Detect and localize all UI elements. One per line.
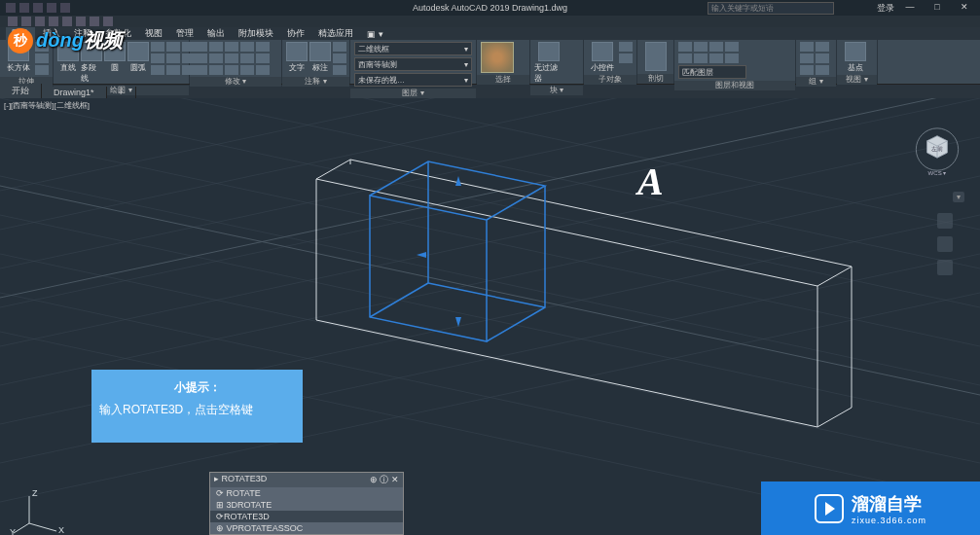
dim-button[interactable]: 标注 xyxy=(309,42,331,73)
layer-tools[interactable] xyxy=(678,42,739,63)
view-base-button[interactable]: 基点 xyxy=(841,42,870,73)
arc-button[interactable]: 圆弧 xyxy=(127,42,149,73)
svg-text:左前: 左前 xyxy=(931,146,943,152)
ribbon-tab-view[interactable]: 视图 xyxy=(139,27,168,40)
svg-marker-25 xyxy=(455,317,461,327)
view-dropdown[interactable]: 西南等轴测▾ xyxy=(354,57,472,71)
login-link[interactable]: 登录 xyxy=(877,2,894,15)
view-save-dropdown[interactable]: 未保存的视…▾ xyxy=(354,73,472,87)
ribbon-tabbar: 默认 插入 注释 参数化 视图 管理 输出 附加模块 协作 精选应用 ▣ ▾ xyxy=(0,27,980,40)
section-button[interactable] xyxy=(641,42,670,71)
svg-marker-24 xyxy=(455,176,461,186)
cmd-suggestion[interactable]: ⊞ 3DROTATE xyxy=(210,499,403,511)
svg-text:WCS ▾: WCS ▾ xyxy=(928,170,947,176)
svg-line-22 xyxy=(370,283,428,317)
command-popup-icons[interactable]: ⊕ ⓘ ✕ xyxy=(370,474,399,486)
pan-icon xyxy=(937,213,953,229)
app-menu-icons[interactable] xyxy=(0,3,70,13)
viewport-state-label[interactable]: [-][西南等轴测][二维线框] xyxy=(4,100,90,111)
maximize-button[interactable]: □ xyxy=(926,2,949,15)
tip-box: 小提示： 输入ROTATE3D，点击空格键 xyxy=(91,370,303,443)
ribbon-tab-output[interactable]: 输出 xyxy=(201,27,231,40)
svg-line-7 xyxy=(0,98,980,268)
zixue-url: zixue.3d66.com xyxy=(852,516,926,525)
command-autocomplete: ▸ ROTATE3D ⊕ ⓘ ✕ ⟳ ROTATE ⊞ 3DROTATE ⟳RO… xyxy=(209,472,404,535)
tip-body: 输入ROTATE3D，点击空格键 xyxy=(99,402,295,418)
cmd-suggestion[interactable]: ⟳ROTATE3D xyxy=(210,511,403,522)
ribbon: 长方体 拉伸 直线 多段线 圆 圆弧 绘图 ▾ 修改 ▾ 文字 标注 注释 ▾ … xyxy=(0,40,980,85)
ribbon-tab-collab[interactable]: 协作 xyxy=(281,27,310,40)
group-tools[interactable] xyxy=(800,42,814,75)
drawing-canvas[interactable]: A 左前 WCS ▾ ▾ X Y Z xyxy=(0,98,980,535)
text-button[interactable]: 文字 xyxy=(286,42,308,73)
close-button[interactable]: ✕ xyxy=(953,2,976,15)
ribbon-tab-more[interactable]: ▣ ▾ xyxy=(361,29,389,39)
tip-title: 小提示： xyxy=(99,379,295,396)
zoom-icon xyxy=(937,260,953,275)
tab-drawing1[interactable]: Drawing1* xyxy=(42,87,107,98)
viewcube[interactable]: 左前 WCS ▾ xyxy=(912,127,962,178)
titlebar: Autodesk AutoCAD 2019 Drawing1.dwg 输入关键字… xyxy=(0,0,980,16)
ucs-icon: X Y Z xyxy=(10,486,68,535)
layer-match-dropdown[interactable]: 匹配图层 xyxy=(678,65,746,79)
letter-a-label: A xyxy=(637,159,664,204)
svg-line-31 xyxy=(29,523,56,531)
no-filter-button[interactable]: 无过滤器 xyxy=(534,42,563,84)
svg-line-32 xyxy=(14,523,29,533)
watermark-logo: 秒 dòng视频 xyxy=(8,27,123,54)
modify-tools[interactable] xyxy=(194,42,270,75)
nav-bar[interactable] xyxy=(937,213,953,275)
orbit-icon xyxy=(937,236,953,252)
svg-text:Y: Y xyxy=(10,527,16,535)
svg-text:X: X xyxy=(58,525,64,535)
svg-line-15 xyxy=(0,98,980,268)
watermark-circle-icon: 秒 xyxy=(8,28,33,54)
tab-start[interactable]: 开始 xyxy=(0,84,42,98)
app-title: Autodesk AutoCAD 2019 Drawing1.dwg xyxy=(413,3,567,13)
tab-new[interactable]: + xyxy=(107,87,136,98)
cmd-suggestion[interactable]: ⊕ VPROTATEASSOC xyxy=(210,522,403,534)
svg-line-17 xyxy=(0,98,980,191)
command-input[interactable]: ▸ ROTATE3D xyxy=(214,474,267,486)
ribbon-tab-addons[interactable]: 附加模块 xyxy=(233,27,279,40)
svg-text:Z: Z xyxy=(32,488,38,498)
zixue-title: 溜溜自学 xyxy=(852,492,926,516)
ribbon-tab-featured[interactable]: 精选应用 xyxy=(312,27,359,40)
widget-button[interactable]: 小控件 xyxy=(588,42,617,73)
ribbon-tab-manage[interactable]: 管理 xyxy=(170,27,200,40)
cmd-suggestion[interactable]: ⟳ ROTATE xyxy=(210,487,403,499)
minimize-button[interactable]: — xyxy=(898,2,922,15)
play-icon xyxy=(815,494,844,523)
nav-wheel-button[interactable]: ▾ xyxy=(953,192,964,202)
visual-style-dropdown[interactable]: 二维线框▾ xyxy=(354,42,472,55)
selection-filter-button[interactable] xyxy=(481,42,514,73)
zixue-logo: 溜溜自学 zixue.3d66.com xyxy=(761,482,980,535)
quick-access-toolbar[interactable] xyxy=(0,16,980,27)
search-input[interactable]: 输入关键字或短语 xyxy=(708,2,834,15)
